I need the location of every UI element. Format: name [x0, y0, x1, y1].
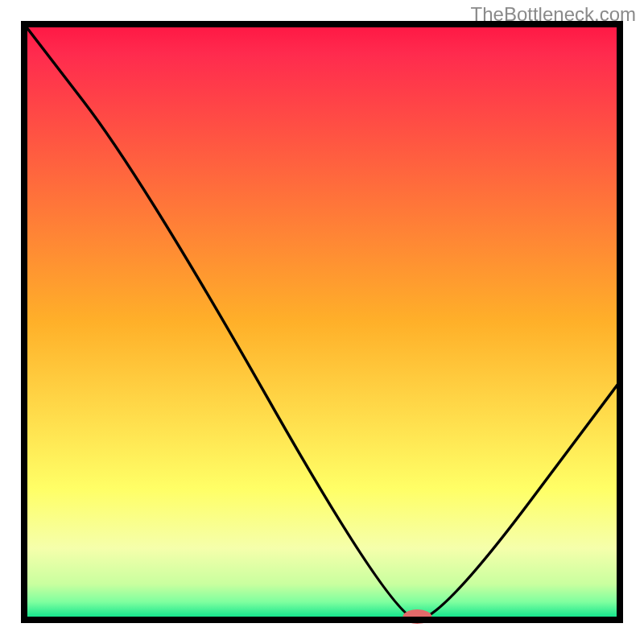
plot-background	[24, 24, 620, 620]
chart-frame: TheBottleneck.com	[0, 0, 644, 644]
watermark-text: TheBottleneck.com	[471, 3, 636, 26]
bottleneck-chart	[0, 0, 644, 644]
